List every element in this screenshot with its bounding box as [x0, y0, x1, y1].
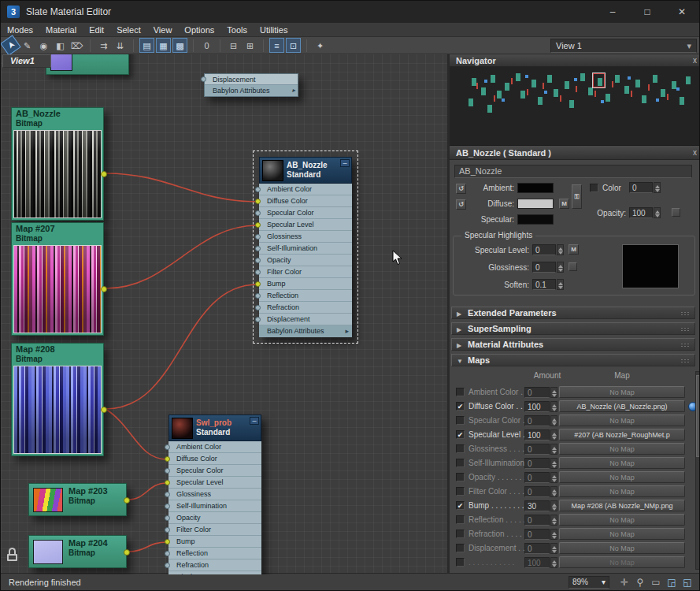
view-selector[interactable]: View 1 ▾	[550, 39, 697, 53]
map-button[interactable]: No Map	[559, 528, 685, 540]
opacity-value[interactable]: 100	[629, 207, 653, 218]
node-ab-nozzle-bitmap[interactable]: AB_Nozzle Bitmap	[11, 107, 104, 221]
node-map-204-bitmap[interactable]: Map #204 Bitmap	[28, 535, 127, 568]
scrollbar[interactable]	[695, 371, 700, 570]
menu-view[interactable]: View	[154, 25, 172, 35]
select-tool-icon[interactable]: ➤	[0, 35, 20, 55]
map-button[interactable]: No Map	[559, 556, 685, 568]
map-amount-field[interactable]: 0	[524, 515, 550, 526]
map-amount-field[interactable]: 100	[524, 429, 550, 440]
output-socket[interactable]	[101, 407, 107, 413]
input-socket[interactable]	[255, 258, 261, 263]
spinner[interactable]	[550, 543, 557, 554]
input-socket[interactable]	[165, 444, 170, 450]
spinner[interactable]	[550, 529, 557, 540]
ambient-color-swatch[interactable]	[517, 183, 554, 193]
map-button[interactable]: No Map	[559, 457, 685, 469]
map-amount-field[interactable]: 0	[524, 543, 550, 554]
expand-icon[interactable]: ▸	[292, 85, 295, 96]
input-socket[interactable]	[165, 504, 170, 509]
input-socket[interactable]	[255, 281, 261, 287]
map-amount-field[interactable]: 100	[524, 401, 550, 412]
input-socket[interactable]	[255, 246, 261, 251]
input-socket[interactable]	[201, 76, 206, 82]
slot-glossiness[interactable]: Glossiness	[169, 489, 261, 500]
input-socket[interactable]	[165, 492, 170, 497]
collapse-node-button[interactable]: –	[250, 417, 259, 425]
spinner[interactable]	[550, 401, 557, 412]
tab-view1[interactable]: View1	[2, 54, 51, 68]
map-button[interactable]: No Map	[559, 443, 685, 455]
spinner[interactable]	[550, 444, 557, 455]
map-enable-checkbox[interactable]	[456, 530, 465, 538]
zoom-region-icon[interactable]: ▭	[649, 575, 663, 589]
specular-level-value[interactable]: 0	[532, 244, 556, 255]
node-map-207-bitmap[interactable]: Map #207 Bitmap	[11, 222, 104, 336]
map-enable-checkbox[interactable]: ✔	[456, 402, 465, 411]
zoom-selector[interactable]: 89% ▾	[569, 576, 609, 589]
slot-ambient-color[interactable]: Ambient Color	[169, 441, 261, 453]
slot-opacity[interactable]: Opacity	[169, 512, 261, 524]
node-map-208-bitmap[interactable]: Map #208 Bitmap	[11, 343, 104, 456]
slot-specular-level[interactable]: Specular Level	[169, 477, 261, 489]
map-button[interactable]: No Map	[559, 542, 685, 554]
slot-specular-level[interactable]: Specular Level	[259, 219, 352, 231]
input-socket[interactable]	[255, 269, 261, 275]
put-to-library-icon[interactable]: ◧	[53, 38, 68, 53]
spinner[interactable]	[557, 279, 564, 290]
map-button[interactable]: No Map	[559, 386, 685, 398]
node-canvas[interactable]: View1 Bitmap Displacement Babylon Attrib…	[1, 54, 447, 574]
menu-options[interactable]: Options	[184, 25, 214, 35]
map-amount-field[interactable]: 30	[524, 500, 550, 511]
zero-icon[interactable]: 0	[199, 38, 214, 53]
map-button[interactable]: No Map	[559, 514, 685, 526]
material-type-list-icon[interactable]: ≡	[269, 38, 284, 53]
rollout-material-attributes[interactable]: ▶ Material Attributes	[451, 338, 695, 351]
glossiness-map-button[interactable]	[569, 262, 577, 271]
menu-select[interactable]: Select	[117, 25, 141, 35]
lock-ambient-icon[interactable]: ↺	[456, 184, 466, 194]
input-socket[interactable]	[165, 527, 170, 533]
slot-refraction[interactable]: Refraction	[259, 302, 352, 314]
map-amount-field[interactable]: 0	[524, 472, 550, 483]
minimize-button[interactable]: –	[595, 1, 630, 23]
spinner[interactable]	[550, 500, 557, 511]
slot-diffuse-color[interactable]: Diffuse Color	[169, 453, 261, 465]
spinner[interactable]	[550, 387, 557, 398]
input-socket[interactable]	[165, 551, 170, 556]
slot-displacement[interactable]: Displacement	[259, 314, 352, 325]
slot-self-illumination[interactable]: Self-Illumination	[259, 243, 352, 255]
input-socket[interactable]	[165, 515, 170, 521]
input-socket[interactable]	[255, 317, 261, 322]
spinner[interactable]	[557, 262, 564, 273]
menu-utilities[interactable]: Utilities	[260, 25, 287, 35]
input-socket[interactable]	[255, 293, 261, 299]
map-amount-field[interactable]: 0	[524, 486, 550, 497]
input-socket[interactable]	[255, 222, 261, 228]
navigator-map[interactable]	[450, 67, 700, 146]
self-illumination-value[interactable]: 0	[629, 182, 653, 193]
node-ab-nozzle-standard[interactable]: AB_Nozzle Standard – Ambient ColorDiffus…	[259, 157, 352, 337]
hide-unused-nodeslots-icon[interactable]: ▤	[139, 38, 154, 53]
opacity-map-button[interactable]	[672, 208, 680, 217]
map-enable-checkbox[interactable]	[456, 487, 465, 496]
spinner[interactable]	[550, 557, 557, 568]
slot-refraction[interactable]: Refraction	[169, 559, 261, 571]
slot-filter-color[interactable]: Filter Color	[259, 266, 352, 278]
slot-bump[interactable]: Bump	[259, 278, 352, 290]
slot-displacement[interactable]: Displacement	[169, 571, 261, 574]
input-socket[interactable]	[255, 305, 261, 310]
map-enable-checkbox[interactable]	[456, 444, 465, 453]
close-icon[interactable]: x	[693, 146, 697, 160]
map-enable-checkbox[interactable]	[456, 558, 465, 567]
rollout-extended-parameters[interactable]: ▶ Extended Parameters	[451, 307, 695, 319]
output-socket[interactable]	[101, 286, 107, 292]
map-button[interactable]: AB_Nozzle (AB_Nozzle.png)	[559, 400, 685, 412]
self-illumination-color-checkbox[interactable]	[590, 184, 598, 192]
node-swl-prob-standard[interactable]: Swl_prob Standard – Ambient ColorDiffuse…	[169, 414, 261, 574]
map-button[interactable]: Map #208 (AB Nozzle_NMp.png	[559, 500, 685, 511]
menu-material[interactable]: Material	[46, 25, 76, 35]
specular-color-swatch[interactable]	[517, 214, 554, 225]
parameter-panel-header[interactable]: AB_Nozzle ( Standard ) x	[450, 146, 700, 160]
input-socket[interactable]	[165, 456, 170, 462]
